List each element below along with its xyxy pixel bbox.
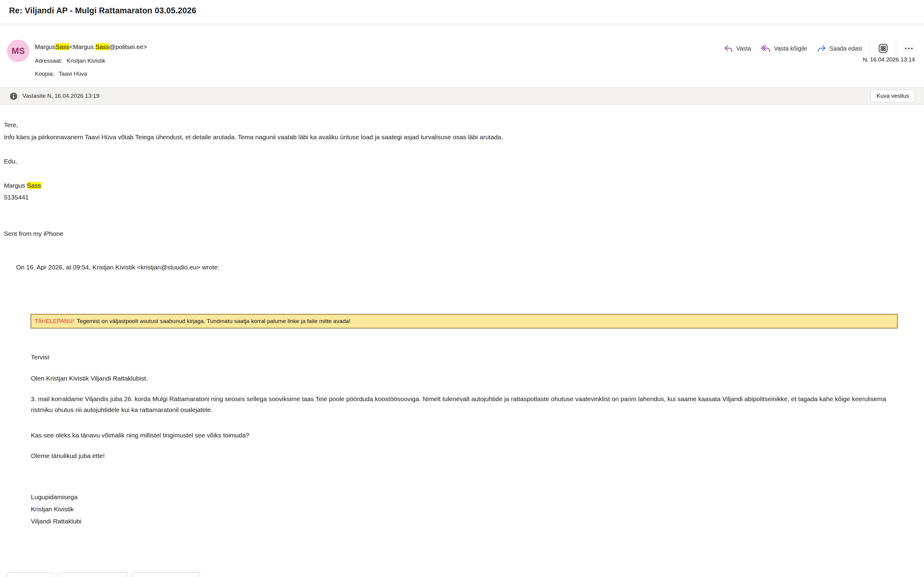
search-highlight: Sass [55,43,69,50]
apps-button[interactable] [876,42,890,55]
actions-divider [870,42,871,55]
body-signature-name: Margus Sass [4,181,41,190]
sender-email-open: <Margus. [69,43,95,50]
received-date: N, 16.04.2026 13:14 [863,56,915,63]
sender-email-close: @politsei.ee> [109,43,147,50]
body-greeting: Tere, [4,121,18,129]
replied-status-text: Vastasite N, 16.04.2026 13:19 [23,93,99,99]
show-conversation-button[interactable]: Kuva vestlus [871,90,915,102]
cc-value[interactable]: Taavi Hüva [59,71,87,77]
sender-name: Margus [35,43,55,50]
warning-label: TÄHELEPANU! [34,318,74,324]
reply-label: Vasta [736,45,751,52]
subject-bar: Re: Viljandi AP - Mulgi Rattamaraton 03.… [0,0,924,24]
search-highlight: Sass [27,182,41,189]
sender-line[interactable]: MargusSass<Margus.Sass@politsei.ee> [35,43,147,50]
external-sender-warning: TÄHELEPANU! Tegemist on väljastpoolt asu… [31,314,898,329]
actions-divider [896,42,896,55]
show-conversation-label: Kuva vestlus [876,93,909,99]
ellipsis-icon [904,47,913,50]
body-signature-phone: 5135441 [4,193,29,201]
suggested-reply-pill[interactable] [131,572,200,577]
quoted-signature-name: Kristjan Kivistik [31,505,74,513]
suggested-reply-pill[interactable] [6,572,54,577]
quote-attribution-line: On 16. Apr 2026, at 09:54, Kristjan Kivi… [16,263,219,272]
sent-from-line: Sent from my iPhone [4,229,63,238]
quoted-greeting: Tervist [31,353,49,361]
reply-all-label: Vasta kõigile [774,45,807,52]
info-icon [10,92,18,100]
forward-label: Saada edasi [830,45,862,52]
search-highlight: Sass [95,43,109,50]
signature-first-name: Margus [4,182,27,189]
body-paragraph: Info käes ja piirkonnavanem Taavi Hüva v… [4,133,503,141]
apps-grid-icon [878,43,888,53]
to-label: Adressaat: [35,58,62,64]
to-value[interactable]: Kristjan Kivistik [67,58,105,64]
reply-all-icon [761,45,770,52]
replied-info-bar: Vastasite N, 16.04.2026 13:19 Kuva vestl… [0,87,924,105]
quoted-signature-org: Viljandi Rattaklubi [31,517,81,525]
email-subject: Re: Viljandi AP - Mulgi Rattamaraton 03.… [9,6,196,15]
forward-button[interactable]: Saada edasi [816,44,864,53]
more-options-button[interactable] [902,42,916,55]
recipient-row: Adressaat: Kristjan Kivistik [35,58,105,64]
cc-label: Koopia: [35,71,54,77]
reply-all-button[interactable]: Vasta kõigile [759,44,809,53]
quoted-intro: Olen Kristjan Kivistik Viljandi Rattaklu… [31,374,148,383]
sender-avatar[interactable]: MS [7,40,29,62]
reply-button[interactable]: Vasta [722,44,753,53]
warning-text: Tegemist on väljastpoolt asutust saabunu… [77,318,351,324]
quoted-question: Kas see oleks ka tänavu võimalik ning mi… [31,431,249,440]
reply-icon [724,45,733,52]
quoted-paragraph: 3. mail korraldame Viljandis juba 26. ko… [31,393,900,415]
suggested-reply-pill[interactable] [58,572,128,577]
email-reading-pane: Re: Viljandi AP - Mulgi Rattamaraton 03.… [0,0,924,577]
forward-icon [818,45,826,52]
cc-row: Koopia: Taavi Hüva [35,71,87,77]
avatar-initials: MS [11,46,25,56]
quoted-signoff: Lugupidamisega [31,493,77,501]
message-header: MS MargusSass<Margus.Sass@politsei.ee> A… [0,24,924,87]
body-closing: Edu, [4,157,17,166]
quoted-thanks: Oleme tänulikud juba ette! [31,452,105,460]
message-actions: Vasta Vasta kõigile [722,42,916,55]
